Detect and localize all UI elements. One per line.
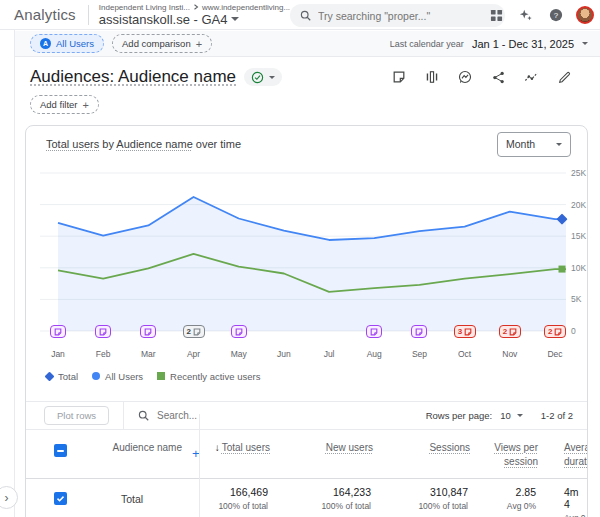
comparison-chip-label: All Users xyxy=(56,38,94,49)
report-toolbar xyxy=(389,67,586,87)
search-input[interactable] xyxy=(318,10,478,22)
annotation-marker-oct[interactable]: 3 xyxy=(454,325,476,338)
column-header-avg-session-duration[interactable]: Average session duration xyxy=(564,441,588,468)
column-header-new-users[interactable]: New users xyxy=(293,441,373,455)
check-circle-icon xyxy=(251,71,264,84)
table-controls: Plot rows Rows per page: 10 1-2 of 2 xyxy=(26,401,587,429)
share-icon[interactable] xyxy=(488,67,508,87)
breadcrumb-property[interactable]: www.independentliving... xyxy=(202,3,290,12)
pagination-status: 1-2 of 2 xyxy=(541,410,573,421)
ga4-analytics-screen: Analytics Independent Living Insti... ww… xyxy=(0,0,600,517)
report-card: Total users by Audience name over time M… xyxy=(25,125,588,517)
plus-icon: + xyxy=(83,99,89,111)
y-axis-tick: 10K xyxy=(571,263,586,273)
add-filter-button[interactable]: Add filter + xyxy=(30,95,99,114)
annotation-note-icon xyxy=(464,328,472,336)
x-axis-label-jan: Jan xyxy=(43,349,73,359)
annotation-marker-nov[interactable]: 2 xyxy=(499,325,521,338)
breadcrumb-account[interactable]: Independent Living Insti... xyxy=(99,3,190,12)
select-all-checkbox[interactable] xyxy=(54,444,67,457)
cell-sessions: 310,847 100% of total xyxy=(378,486,468,511)
x-axis-label-jul: Jul xyxy=(314,349,344,359)
compare-bars-icon[interactable] xyxy=(422,67,442,87)
gemini-sparkle-icon[interactable] xyxy=(516,5,536,25)
annotation-marker-aug[interactable] xyxy=(366,325,382,338)
rows-per-page-label: Rows per page: xyxy=(426,410,493,421)
property-selector[interactable]: assistanskoll.se - GA4 xyxy=(99,12,290,27)
help-icon[interactable]: ? xyxy=(546,5,566,25)
sort-desc-icon: ↓ xyxy=(215,442,220,453)
note-icon[interactable] xyxy=(389,67,409,87)
annotation-note-icon xyxy=(54,328,62,336)
search-icon xyxy=(138,410,149,421)
chart-plot-area[interactable] xyxy=(26,162,587,347)
controls-divider xyxy=(123,402,124,429)
annotation-marker-sep[interactable] xyxy=(411,325,427,338)
table-search-input[interactable] xyxy=(157,410,277,421)
plus-icon: + xyxy=(196,38,202,50)
y-axis-tick: 25K xyxy=(571,168,586,178)
report-status-dropdown[interactable] xyxy=(244,68,282,86)
annotation-marker-dec[interactable]: 2 xyxy=(544,325,566,338)
annotation-note-icon xyxy=(99,328,107,336)
annotation-marker-apr[interactable]: 2 xyxy=(183,325,205,338)
cell-views-per-session: 2.85 Avg 0% xyxy=(476,486,536,511)
chart-legend: Total All Users Recently active users xyxy=(26,363,587,389)
header-divider xyxy=(88,5,89,25)
column-header-views-per-session[interactable]: Views per session xyxy=(492,441,538,468)
x-axis-label-may: May xyxy=(224,349,254,359)
cell-total-users: 166,469 100% of total xyxy=(178,486,268,511)
x-axis-label-sep: Sep xyxy=(404,349,434,359)
chevron-down-icon xyxy=(556,143,562,146)
annotation-note-icon xyxy=(193,328,201,336)
edit-pencil-icon[interactable] xyxy=(554,67,574,87)
y-axis-tick: 20K xyxy=(571,200,586,210)
all-users-comparison-chip[interactable]: A All Users xyxy=(30,34,104,53)
x-axis: JanFebMarAprMayJunJulAugSepOctNovDec xyxy=(26,347,587,363)
annotation-marker-jan[interactable] xyxy=(50,325,66,338)
add-comparison-button[interactable]: Add comparison + xyxy=(112,34,212,53)
x-axis-label-mar: Mar xyxy=(133,349,163,359)
x-axis-label-dec: Dec xyxy=(540,349,570,359)
plot-rows-button[interactable]: Plot rows xyxy=(44,406,109,425)
time-series-chart[interactable]: 25K20K15K10K5K0 2322 xyxy=(26,162,587,347)
date-range-picker[interactable]: Last calendar year Jan 1 - Dec 31, 2025 xyxy=(390,38,588,50)
row-checkbox[interactable] xyxy=(54,492,67,505)
pin-marker-icon xyxy=(45,371,55,381)
annotation-note-icon xyxy=(144,328,152,336)
chevron-down-icon xyxy=(231,17,239,21)
search-icon xyxy=(300,10,311,21)
insights-bubble-icon[interactable] xyxy=(455,67,475,87)
app-header: Analytics Independent Living Insti... ww… xyxy=(0,0,600,30)
annotation-note-icon xyxy=(554,328,562,336)
expand-nav-button[interactable]: › xyxy=(0,486,18,509)
table-header-row: Audience name + ↓Total users New users S… xyxy=(26,429,587,479)
table-search[interactable] xyxy=(138,410,277,421)
square-marker-icon xyxy=(157,372,165,380)
annotation-marker-may[interactable] xyxy=(231,325,247,338)
y-axis-tick: 0 xyxy=(571,326,576,336)
granularity-select[interactable]: Month xyxy=(497,132,571,157)
annotation-marker-mar[interactable] xyxy=(140,325,156,338)
chevron-down-icon xyxy=(269,76,275,79)
global-search[interactable] xyxy=(290,4,505,27)
comparison-badge: A xyxy=(40,38,51,49)
row-name: Total xyxy=(121,493,143,505)
x-axis-label-jun: Jun xyxy=(269,349,299,359)
column-header-total-users[interactable]: ↓Total users xyxy=(190,441,270,455)
circle-marker-icon xyxy=(92,372,100,380)
svg-text:?: ? xyxy=(554,11,559,20)
column-header-audience-name[interactable]: Audience name xyxy=(72,441,182,455)
sparkline-icon[interactable] xyxy=(521,67,541,87)
x-axis-label-aug: Aug xyxy=(359,349,389,359)
annotation-note-icon xyxy=(415,328,423,336)
column-header-sessions[interactable]: Sessions xyxy=(390,441,470,455)
analytics-logo[interactable]: Analytics xyxy=(14,6,76,23)
avatar[interactable] xyxy=(576,6,594,24)
rows-per-page-select[interactable]: 10 xyxy=(500,410,523,421)
annotation-marker-feb[interactable] xyxy=(95,325,111,338)
table-column-divider xyxy=(199,414,200,517)
apps-grid-icon[interactable] xyxy=(486,5,506,25)
x-axis-label-nov: Nov xyxy=(495,349,525,359)
chevron-down-icon xyxy=(582,42,588,45)
